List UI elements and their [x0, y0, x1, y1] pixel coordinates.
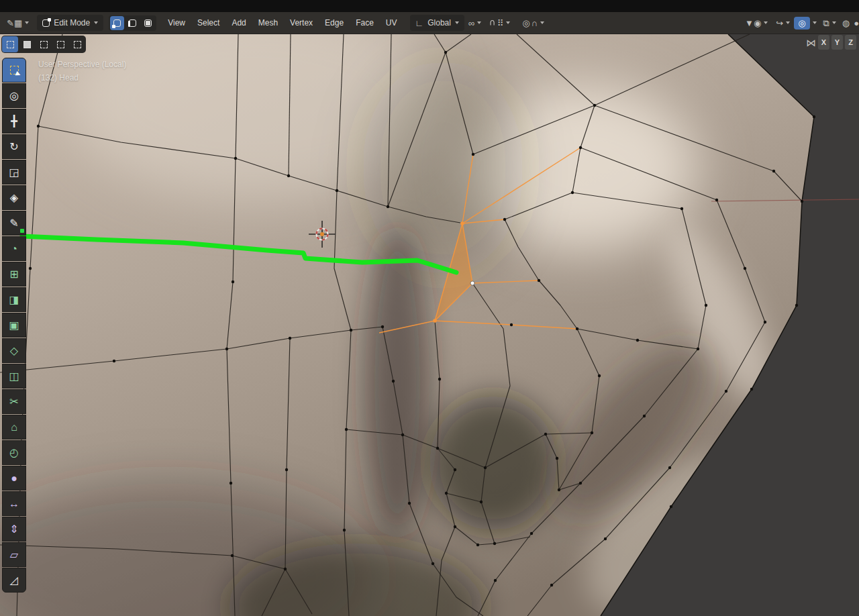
mesh-vertex[interactable] — [538, 279, 540, 282]
tool-transform[interactable]: ◈ — [2, 185, 26, 210]
mesh-vertex[interactable] — [725, 390, 727, 393]
shading-solid-button[interactable]: ● — [852, 17, 859, 30]
mesh-vertex[interactable] — [544, 433, 547, 435]
mesh-vertex[interactable] — [436, 447, 439, 450]
tool-knife[interactable]: ✂ — [2, 389, 26, 414]
vertex-select-button[interactable] — [110, 16, 124, 30]
mesh-vertex[interactable] — [287, 174, 290, 177]
mesh-vertex[interactable] — [444, 51, 447, 54]
select-mode-extend[interactable] — [19, 36, 35, 52]
mesh-vertex[interactable] — [472, 153, 474, 156]
mesh-vertex[interactable] — [350, 329, 352, 331]
mesh-vertex[interactable] — [494, 579, 497, 582]
mesh-vertex[interactable] — [680, 207, 683, 210]
selected-vertex[interactable] — [433, 319, 437, 323]
mesh-vertex[interactable] — [381, 325, 384, 328]
mesh-vertex[interactable] — [493, 542, 496, 545]
mesh-vertex[interactable] — [801, 200, 803, 203]
menu-mesh[interactable]: Mesh — [252, 15, 284, 31]
mesh-vertex[interactable] — [232, 280, 234, 283]
mesh-vertex[interactable] — [438, 378, 441, 380]
menu-select[interactable]: Select — [191, 15, 225, 31]
menu-vertex[interactable]: Vertex — [284, 15, 319, 31]
mesh-vertex[interactable] — [705, 304, 707, 307]
overlays-toggle[interactable]: ◎ — [794, 17, 809, 30]
mesh-vertex[interactable] — [445, 492, 448, 495]
mesh-vertex[interactable] — [476, 544, 479, 546]
mesh-vertex[interactable] — [285, 468, 288, 471]
mesh-vertex[interactable] — [556, 457, 558, 460]
mesh-vertex[interactable] — [744, 267, 746, 270]
mesh-vertex[interactable] — [113, 360, 115, 362]
tool-smooth[interactable]: ● — [2, 466, 26, 491]
mesh-vertex[interactable] — [593, 104, 596, 107]
viewport-canvas[interactable] — [0, 34, 859, 616]
mesh-vertex[interactable] — [484, 466, 487, 469]
tool-inset-faces[interactable]: ▣ — [2, 313, 26, 338]
mesh-vertex[interactable] — [454, 468, 456, 471]
tool-bevel[interactable]: ◇ — [2, 338, 26, 363]
mesh-vertex[interactable] — [408, 502, 411, 505]
mesh-vertex[interactable] — [668, 466, 671, 469]
mesh-vertex[interactable] — [697, 348, 699, 350]
menu-edge[interactable]: Edge — [319, 15, 350, 31]
tool-loop-cut[interactable]: ◫ — [2, 364, 26, 389]
mirror-x-button[interactable]: X — [818, 35, 829, 50]
mesh-vertex[interactable] — [571, 191, 574, 194]
tool-select-box[interactable] — [2, 58, 26, 83]
mesh-vertex[interactable] — [772, 170, 775, 172]
mesh-vertex[interactable] — [225, 348, 228, 350]
tool-shrink-fatten[interactable]: ⇕ — [2, 517, 26, 542]
mesh-vertex[interactable] — [670, 505, 672, 508]
tool-move[interactable]: ╋ — [2, 109, 26, 134]
snap-toggle[interactable]: ∪ — [485, 17, 497, 30]
mesh-vertex[interactable] — [530, 532, 533, 535]
mesh-vertex[interactable] — [795, 304, 798, 307]
select-mode-subtract[interactable] — [36, 36, 52, 52]
mesh-vertex[interactable] — [598, 374, 601, 377]
tool-scale[interactable]: ◲ — [2, 160, 26, 185]
select-mode-invert[interactable] — [52, 36, 68, 52]
menu-view[interactable]: View — [162, 15, 191, 31]
mesh-vertex[interactable] — [289, 337, 291, 340]
mesh-vertex[interactable] — [591, 431, 593, 434]
viewport-3d[interactable]: User Perspective (Local) (132) Head — [0, 34, 859, 616]
mesh-vertex[interactable] — [510, 323, 513, 326]
tool-extrude-region[interactable]: ◨ — [2, 287, 26, 312]
xray-toggle[interactable]: ⧉ — [819, 17, 840, 30]
tool-add-cube[interactable]: ⊞ — [2, 262, 26, 287]
edge-select-button[interactable] — [125, 16, 140, 30]
mesh-vertex[interactable] — [764, 321, 766, 323]
mesh-vertex[interactable] — [336, 189, 338, 192]
menu-add[interactable]: Add — [225, 15, 252, 31]
tool-cursor[interactable]: ◎ — [2, 83, 26, 108]
shading-wireframe-button[interactable]: ◍ — [840, 17, 852, 30]
mesh-vertex[interactable] — [343, 529, 346, 531]
mirror-y-button[interactable]: Y — [831, 35, 843, 50]
mesh-vertex[interactable] — [29, 267, 32, 270]
tool-measure[interactable]: ◔ — [2, 236, 26, 261]
editor-type-button[interactable]: ✎▦ — [3, 17, 33, 30]
mesh-vertex[interactable] — [576, 327, 578, 330]
mesh-vertex[interactable] — [503, 218, 506, 221]
mesh-vertex[interactable] — [750, 388, 753, 391]
tool-edge-slide[interactable]: ↔ — [2, 491, 26, 516]
mesh-vertex[interactable] — [643, 415, 646, 417]
menu-uv[interactable]: UV — [380, 15, 403, 31]
face-select-button[interactable] — [141, 16, 155, 30]
mesh-vertex[interactable] — [715, 199, 718, 201]
mesh-vertex[interactable] — [454, 525, 456, 528]
tool-annotate[interactable]: ✎ — [2, 211, 26, 236]
mesh-vertex[interactable] — [234, 157, 237, 160]
mesh-vertex[interactable] — [579, 482, 582, 484]
visibility-filter-dropdown[interactable]: ▼◉ — [741, 17, 772, 30]
tool-spin[interactable]: ◴ — [2, 440, 26, 465]
mesh-vertex[interactable] — [230, 482, 232, 484]
mesh-vertex[interactable] — [550, 584, 553, 586]
mesh-vertex[interactable] — [284, 568, 287, 570]
select-mode-set[interactable] — [2, 36, 18, 52]
menu-face[interactable]: Face — [350, 15, 380, 31]
selected-vertex[interactable] — [460, 221, 464, 225]
mesh-vertex[interactable] — [231, 554, 234, 557]
proportional-editing-toggle[interactable]: ◎ — [518, 17, 530, 30]
